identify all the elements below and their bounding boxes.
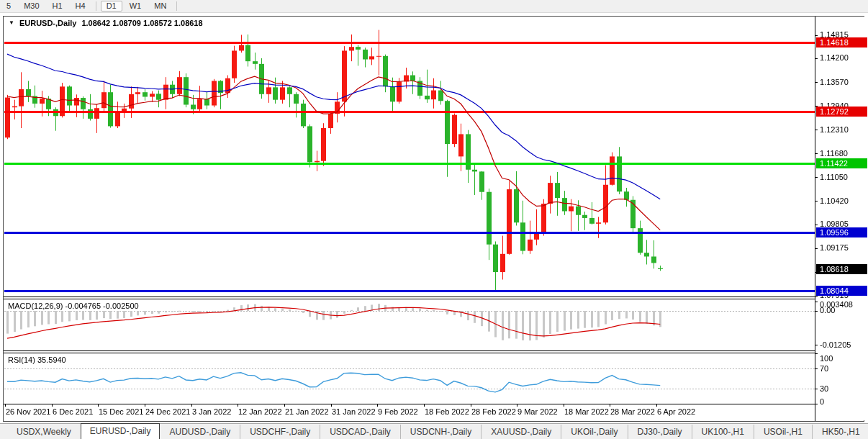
chart-tab-usdchf[interactable]: USDCHF-,Daily — [240, 425, 320, 439]
date-axis-label: 15 Dec 2021 — [99, 407, 143, 416]
date-axis-label: 6 Apr 2022 — [657, 407, 695, 416]
chart-title: ▼ EURUSD-,Daily 1.08642 1.08709 1.08572 … — [9, 19, 203, 27]
price-tick-label: 1.13570 — [820, 78, 867, 87]
date-axis-label: 6 Dec 2021 — [53, 407, 93, 416]
macd-tick-label: -0.01205 — [820, 340, 867, 350]
macd-label: MACD(12,26,9) -0.004765 -0.002500 — [8, 302, 139, 310]
date-axis-label: 24 Dec 2021 — [145, 407, 190, 416]
chart-tab-audusd[interactable]: AUDUSD-,Daily — [160, 425, 240, 439]
level-price-badge: 1.11422 — [816, 158, 867, 168]
macd-name: MACD(12,26,9) — [8, 302, 63, 310]
rsi-tick-label: 100 — [820, 354, 867, 363]
date-axis-label: 28 Feb 2022 — [471, 407, 516, 416]
chart-tab-usoil[interactable]: USOil-,H1 — [754, 425, 812, 439]
chart-tab-dj30[interactable]: DJ30-,Daily — [628, 425, 692, 439]
chart-tabs: USDX,WeeklyEURUSD-,DailyAUDUSD-,DailyUSD… — [0, 423, 868, 439]
chart-ohlc-values: 1.08642 1.08709 1.08572 1.08618 — [81, 19, 202, 27]
level-price-badge: 1.14618 — [816, 37, 867, 47]
price-tick-label: 1.11050 — [820, 173, 867, 182]
chart-tab-hk50[interactable]: HK50-,H1 — [812, 425, 868, 439]
price-tick-label: 1.14200 — [820, 53, 867, 63]
macd-tick-label: 0.00 — [820, 306, 867, 315]
chart-tab-usdcad[interactable]: USDCAD-,Daily — [320, 425, 400, 439]
chart-dropdown-icon[interactable]: ▼ — [9, 19, 14, 26]
date-axis-label: 31 Jan 2022 — [332, 407, 376, 416]
chart-symbol-label: EURUSD-,Daily — [19, 19, 76, 27]
current-price-badge: 1.08618 — [816, 264, 867, 274]
date-axis-label: 9 Feb 2022 — [378, 407, 418, 416]
rsi-tick-label: 30 — [820, 384, 867, 394]
rsi-tick-label: 70 — [820, 364, 867, 374]
date-axis-label: 21 Jan 2022 — [285, 407, 329, 416]
date-axis-label: 28 Mar 2022 — [610, 407, 655, 416]
level-price-badge: 1.09596 — [816, 227, 867, 237]
chart-canvas[interactable] — [0, 0, 868, 439]
date-axis-label: 3 Jan 2022 — [192, 407, 231, 416]
date-axis-label: 9 Mar 2022 — [517, 407, 558, 416]
rsi-name: RSI(14) — [8, 356, 35, 364]
price-tick-label: 1.11680 — [820, 149, 867, 158]
date-axis-label: 12 Jan 2022 — [238, 407, 282, 416]
date-axis-label: 26 Nov 2021 — [6, 407, 50, 416]
chart-tab-usdcnh[interactable]: USDCNH-,Daily — [400, 425, 481, 439]
trading-terminal: 5M30H1H4D1W1MN ▼ EURUSD-,Daily 1.08642 1… — [0, 0, 868, 439]
date-axis-label: 18 Feb 2022 — [425, 407, 469, 416]
rsi-label: RSI(14) 35.5940 — [8, 356, 66, 364]
rsi-value: 35.5940 — [37, 356, 66, 364]
price-tick-label: 1.09175 — [820, 243, 867, 253]
chart-tab-usdx[interactable]: USDX,Weekly — [7, 425, 81, 439]
date-axis-label: 18 Mar 2022 — [564, 407, 609, 416]
price-tick-label: 1.10420 — [820, 196, 867, 206]
chart-tab-xauusd[interactable]: XAUUSD-,Daily — [481, 425, 561, 439]
chart-tab-eurusd[interactable]: EURUSD-,Daily — [81, 423, 161, 439]
chart-tab-uk100[interactable]: UK100-,H1 — [692, 425, 754, 439]
price-tick-label: 1.12310 — [820, 125, 867, 135]
level-price-badge: 1.12792 — [816, 107, 867, 117]
rsi-tick-label: 0 — [820, 397, 867, 407]
chart-tab-ukoil[interactable]: UKOil-,Daily — [561, 425, 627, 439]
level-price-badge: 1.08044 — [816, 286, 867, 296]
macd-values: -0.004765 -0.002500 — [65, 302, 138, 310]
